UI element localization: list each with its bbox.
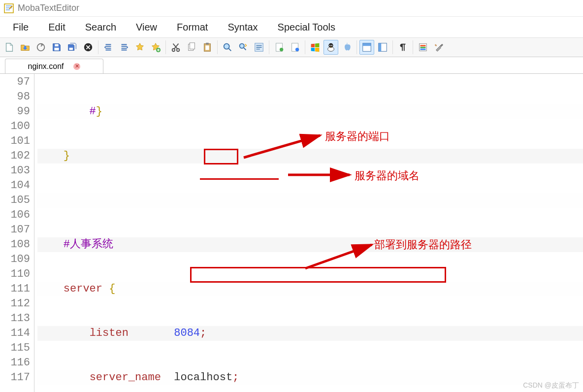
word-wrap-icon[interactable]: [252, 40, 266, 55]
svg-point-18: [280, 48, 283, 51]
svg-rect-0: [4, 4, 13, 13]
watermark: CSDN @皮蛋布丁: [523, 381, 579, 390]
app-title: MobaTextEditor: [18, 3, 79, 13]
bookmark-icon[interactable]: [132, 40, 147, 55]
svg-point-23: [329, 45, 330, 46]
panel-a-icon[interactable]: [359, 40, 374, 55]
svg-rect-31: [421, 47, 426, 48]
app-logo-icon: [4, 3, 14, 13]
comment-hr: #人事系统: [64, 238, 113, 251]
svg-point-24: [331, 45, 332, 46]
code-area[interactable]: #} } #人事系统 server { listen 8084; server_…: [34, 74, 583, 392]
menu-edit[interactable]: Edit: [38, 19, 75, 36]
host-value: localhost: [174, 371, 232, 384]
doc-b-icon[interactable]: [288, 40, 302, 55]
bookmark-add-icon[interactable]: [148, 40, 163, 55]
svg-point-15: [240, 44, 244, 48]
kw-server: server: [64, 283, 102, 295]
doc-a-icon[interactable]: [272, 40, 287, 55]
svg-point-14: [224, 44, 229, 49]
save-icon[interactable]: [49, 40, 64, 55]
paste-icon[interactable]: [200, 40, 215, 55]
copy-icon[interactable]: [184, 40, 199, 55]
svg-rect-26: [363, 43, 371, 46]
reload-icon[interactable]: [33, 40, 48, 55]
tools-icon[interactable]: [431, 40, 446, 55]
save-all-icon[interactable]: [65, 40, 80, 55]
tabs-bar: nginx.conf ✕: [0, 57, 583, 74]
svg-point-20: [295, 48, 299, 51]
code-editor[interactable]: 9798991001011021031041051061071081091101…: [0, 74, 583, 392]
kw-server-name: server_name: [90, 371, 161, 384]
svg-rect-30: [421, 45, 426, 46]
indent-right-icon[interactable]: [117, 40, 131, 55]
svg-rect-2: [54, 48, 59, 51]
menu-file[interactable]: File: [3, 19, 38, 36]
pilcrow-icon[interactable]: [395, 40, 410, 55]
cut-icon[interactable]: [168, 40, 183, 55]
port-value: 8084: [174, 327, 200, 339]
highlight-icon[interactable]: [416, 40, 430, 55]
kw-listen: listen: [90, 327, 129, 339]
svg-rect-12: [206, 43, 209, 45]
svg-rect-3: [55, 44, 58, 47]
menu-bar: File Edit Search View Format Syntax Spec…: [0, 17, 583, 37]
svg-rect-32: [421, 49, 426, 50]
svg-rect-4: [69, 48, 73, 50]
menu-view[interactable]: View: [126, 19, 167, 36]
tab-nginx-conf[interactable]: nginx.conf ✕: [5, 59, 103, 73]
open-file-icon[interactable]: [18, 40, 32, 55]
tab-label: nginx.conf: [28, 62, 64, 71]
annotation-box-rootpath: [190, 267, 446, 283]
title-bar: MobaTextEditor: [0, 0, 583, 17]
toolbar: [0, 37, 583, 57]
annotation-label-port: 服务器的端口: [325, 129, 390, 144]
svg-rect-10: [190, 43, 194, 49]
annotation-underline-host: [200, 178, 279, 180]
svg-rect-13: [205, 45, 209, 50]
line-number-gutter: 9798991001011021031041051061071081091101…: [0, 74, 34, 392]
zoom-icon[interactable]: [220, 40, 235, 55]
close-icon[interactable]: [81, 40, 96, 55]
linux-icon[interactable]: [324, 40, 338, 55]
menu-search[interactable]: Search: [75, 19, 126, 36]
find-replace-icon[interactable]: [236, 40, 251, 55]
menu-format[interactable]: Format: [167, 19, 218, 36]
panel-b-icon[interactable]: [375, 40, 390, 55]
menu-syntax[interactable]: Syntax: [218, 19, 267, 36]
svg-point-1: [37, 44, 45, 51]
indent-left-icon[interactable]: [101, 40, 116, 55]
new-file-icon[interactable]: [2, 40, 17, 55]
annotation-arrow-domain: [286, 165, 355, 185]
annotation-label-domain: 服务器的域名: [355, 168, 420, 183]
windows-icon[interactable]: [308, 40, 323, 55]
apple-icon[interactable]: [339, 40, 354, 55]
menu-special-tools[interactable]: Special Tools: [268, 19, 345, 36]
svg-rect-28: [379, 43, 382, 52]
tab-close-icon[interactable]: ✕: [73, 63, 80, 70]
